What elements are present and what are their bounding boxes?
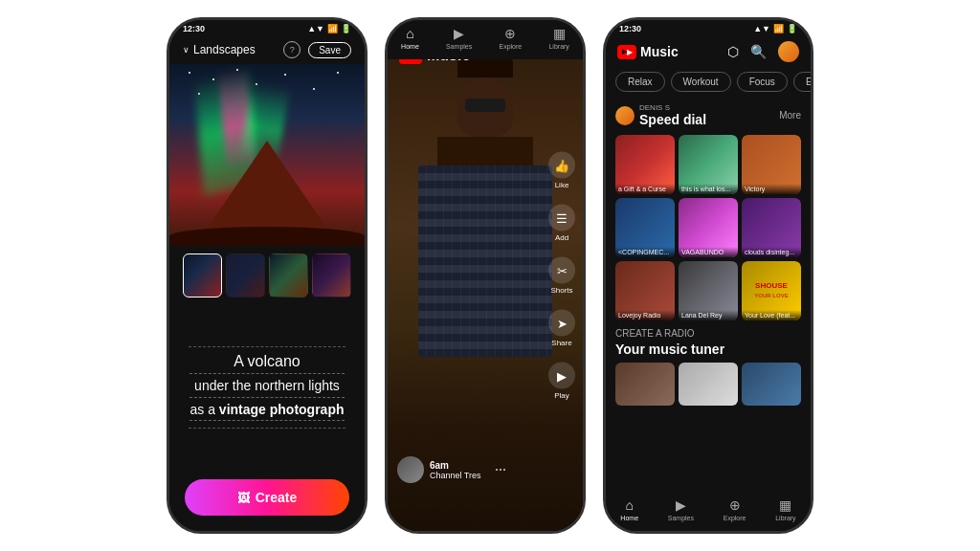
help-button[interactable]: ? bbox=[283, 41, 301, 58]
add-label: Add bbox=[555, 233, 568, 242]
create-button[interactable]: 🖼 Create bbox=[185, 479, 349, 516]
music-logo: ▶ Music bbox=[617, 44, 679, 59]
status-icons-1: ▲▼ 📶 🔋 bbox=[307, 24, 351, 33]
nav3-samples[interactable]: ▶ Samples bbox=[668, 497, 694, 521]
phone-3: 12:30 ▲▼ 📶 🔋 ▶ Music ⬡ 🔍 Relax Workout F… bbox=[603, 17, 813, 534]
album-2[interactable]: this is what los... bbox=[679, 135, 738, 194]
yt-icon-red: ▶ bbox=[617, 45, 636, 59]
add-action[interactable]: ☰ Add bbox=[548, 205, 575, 242]
nav3-home[interactable]: ⌂ Home bbox=[620, 497, 638, 521]
more-button[interactable]: More bbox=[779, 110, 801, 121]
album-8[interactable]: Lana Del Rey bbox=[679, 261, 738, 320]
bottom-nav-3: ⌂ Home ▶ Samples ⊕ Explore ▦ Library bbox=[606, 492, 811, 531]
home-label-3: Home bbox=[620, 515, 638, 521]
shorts-label: Shorts bbox=[550, 286, 572, 295]
status-bar-1: 12:30 ▲▼ 📶 🔋 bbox=[169, 20, 365, 35]
channel-info: 6am Channel Tres ⋯ bbox=[397, 456, 535, 483]
user-label: DENIS S bbox=[639, 103, 706, 112]
music-header-icons: ⬡ 🔍 bbox=[727, 41, 799, 62]
album-label-8: Lana Del Rey bbox=[679, 310, 738, 320]
tab-workout[interactable]: Workout bbox=[671, 72, 731, 92]
album-1[interactable]: a Gift & a Curse bbox=[615, 135, 675, 194]
phone-2: Music 👍 Like ☰ Add ✂ Shorts ➤ Share ▶ Pl bbox=[385, 17, 586, 534]
battery-icon: 🔋 bbox=[341, 24, 351, 33]
album-label-2: this is what los... bbox=[679, 184, 738, 194]
music-app-label: Music bbox=[640, 44, 679, 59]
nav3-library[interactable]: ▦ Library bbox=[775, 497, 795, 521]
main-image bbox=[169, 64, 365, 246]
spacer bbox=[606, 409, 811, 492]
tuner-thumb-2[interactable] bbox=[679, 363, 738, 406]
library-icon-3: ▦ bbox=[779, 497, 791, 513]
create-radio-label: CREATE A RADIO bbox=[615, 328, 801, 339]
nav3-explore[interactable]: ⊕ Explore bbox=[724, 497, 746, 521]
section-user-name: DENIS S Speed dial bbox=[639, 103, 706, 127]
shorts-action[interactable]: ✂ Shorts bbox=[548, 257, 575, 295]
header-left: ∨ Landscapes bbox=[183, 43, 256, 56]
share-icon: ➤ bbox=[548, 310, 575, 337]
library-label-3: Library bbox=[775, 515, 795, 521]
thumbnail-1[interactable] bbox=[183, 253, 222, 298]
music-header: ▶ Music ⬡ 🔍 bbox=[606, 35, 811, 68]
library-label: Library bbox=[548, 43, 568, 50]
play-action[interactable]: ▶ Play bbox=[548, 363, 575, 400]
save-button[interactable]: Save bbox=[308, 42, 351, 58]
channel-row: 6am Channel Tres ⋯ bbox=[397, 456, 535, 483]
tab-focus[interactable]: Focus bbox=[737, 72, 788, 92]
user-avatar[interactable] bbox=[778, 41, 799, 62]
section-title-group: DENIS S Speed dial bbox=[615, 103, 706, 127]
tuner-thumb-1[interactable] bbox=[615, 363, 675, 406]
album-label-4: <COPINGMEC... bbox=[615, 247, 675, 257]
tab-relax[interactable]: Relax bbox=[615, 72, 665, 92]
explore-label-3: Explore bbox=[724, 515, 746, 521]
album-4[interactable]: <COPINGMEC... bbox=[615, 198, 675, 257]
nav-samples[interactable]: ▶ Samples bbox=[446, 26, 472, 50]
album-5[interactable]: VAGABUNDO bbox=[679, 198, 738, 257]
channel-name-label: Channel Tres bbox=[430, 471, 481, 480]
create-label: Create bbox=[256, 490, 298, 505]
share-action[interactable]: ➤ Share bbox=[548, 310, 575, 347]
breadcrumb: Landscapes bbox=[193, 43, 256, 56]
album-7[interactable]: Lovejoy Radio bbox=[615, 261, 675, 320]
prompt-line-1: A volcano bbox=[189, 351, 344, 374]
album-3[interactable]: Victory bbox=[742, 135, 801, 194]
tab-energize[interactable]: Energize bbox=[793, 72, 811, 92]
filter-tabs: Relax Workout Focus Energize bbox=[606, 68, 811, 99]
phone2-content: Music 👍 Like ☰ Add ✂ Shorts ➤ Share ▶ Pl bbox=[388, 20, 583, 531]
channel-details: 6am Channel Tres bbox=[430, 460, 481, 480]
header-right: ? Save bbox=[283, 41, 351, 58]
prompt-prefix: as a bbox=[189, 402, 218, 417]
album-9[interactable]: SHOUSEYOUR LOVE Your Love (feat... bbox=[742, 261, 801, 320]
thumbnail-4[interactable] bbox=[312, 253, 351, 298]
thumbnail-2[interactable] bbox=[226, 253, 265, 298]
thumbnail-3[interactable] bbox=[269, 253, 308, 298]
time-1: 12:30 bbox=[183, 24, 205, 33]
nav-explore[interactable]: ⊕ Explore bbox=[500, 26, 523, 50]
cast-icon[interactable]: ⬡ bbox=[727, 44, 739, 59]
your-music-tuner: CREATE A RADIO Your music tuner bbox=[606, 324, 811, 409]
home-icon-3: ⌂ bbox=[625, 497, 633, 513]
album-grid: a Gift & a Curse this is what los... Vic… bbox=[606, 131, 811, 324]
nav-home[interactable]: ⌂ Home bbox=[401, 26, 419, 50]
phone-1: 12:30 ▲▼ 📶 🔋 ∨ Landscapes ? Save bbox=[167, 17, 368, 534]
channel-time: 6am bbox=[430, 460, 481, 471]
add-icon: ☰ bbox=[548, 205, 575, 231]
like-label: Like bbox=[555, 181, 569, 189]
user-avatar-sm bbox=[615, 106, 635, 125]
album-label-7: Lovejoy Radio bbox=[615, 310, 675, 320]
battery-icon-3: 🔋 bbox=[787, 24, 797, 33]
speed-dial-header: DENIS S Speed dial More bbox=[606, 99, 811, 131]
tuner-thumb-3[interactable] bbox=[742, 363, 801, 406]
album-label-5: VAGABUNDO bbox=[679, 247, 738, 257]
nav-library[interactable]: ▦ Library bbox=[548, 26, 568, 50]
thumbnail-strip bbox=[169, 246, 365, 305]
prompt-text: A volcano under the northern lights as a… bbox=[189, 351, 344, 425]
signal-icon-3: ▲▼ bbox=[753, 24, 770, 33]
search-icon[interactable]: 🔍 bbox=[750, 44, 767, 59]
samples-label-3: Samples bbox=[668, 515, 694, 521]
library-icon: ▦ bbox=[553, 26, 566, 41]
album-6[interactable]: clouds disinteg... bbox=[742, 198, 801, 257]
explore-icon-3: ⊕ bbox=[729, 497, 741, 513]
like-action[interactable]: 👍 Like bbox=[548, 152, 575, 189]
samples-label: Samples bbox=[446, 43, 472, 50]
